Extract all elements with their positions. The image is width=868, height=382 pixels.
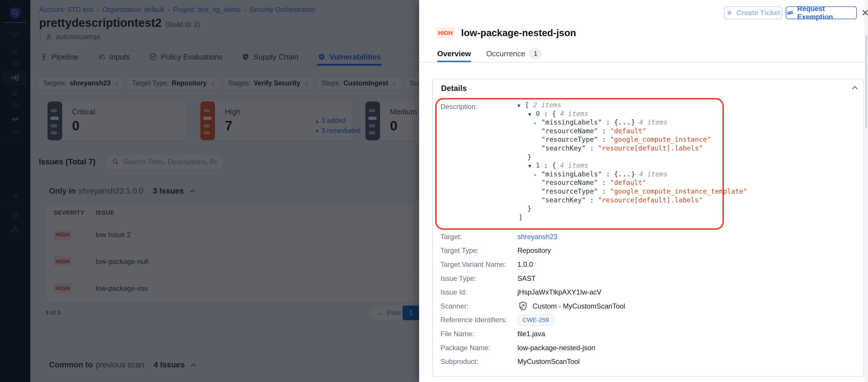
field-value: low-package-nested-json — [518, 344, 595, 352]
description-json-viewer[interactable]: ▼[ 2 items▼0 : { 4 items▸"missingLabels"… — [518, 101, 747, 222]
json-line: } — [518, 153, 747, 162]
json-token-key: "resourceName" — [541, 127, 598, 135]
field-label: Issue Id: — [440, 288, 518, 296]
json-line: "resourceName" : "default" — [518, 127, 747, 136]
collapsed-triangle-icon[interactable]: ▸ — [534, 170, 541, 179]
details-fields: Target:shreyansh23Target Type:Repository… — [440, 230, 855, 369]
json-token-dots: ... — [618, 170, 631, 178]
json-token-idx: 1 — [536, 162, 540, 169]
reference-identifier-chip[interactable]: CWE-259 — [518, 314, 554, 326]
request-exemption-button[interactable]: Request Exemption — [786, 6, 857, 19]
drawer-tab-overview[interactable]: Overview — [437, 47, 471, 62]
json-line: ▼1 : { 4 items — [518, 161, 747, 170]
json-token-meta: 4 items — [560, 162, 588, 169]
json-token-pun: : — [598, 136, 610, 143]
json-token-pun: : { — [540, 162, 560, 169]
detail-field-row: Issue Type:SAST — [440, 272, 855, 285]
json-token-pun: : { — [602, 118, 618, 126]
drawer-tab-occurrence[interactable]: Occurrence1 — [486, 47, 541, 62]
expand-triangle-icon[interactable]: ▼ — [518, 101, 525, 110]
details-card: Details Description: ▼[ 2 items▼0 : { 4 … — [432, 79, 864, 377]
json-token-pun: } — [527, 205, 531, 212]
json-token-key: "missingLabels" — [541, 118, 602, 126]
json-line: "resourceType" : "google_compute_instanc… — [518, 135, 747, 144]
json-token-meta: 4 items — [560, 110, 588, 118]
detail-field-row: Issue Id:jHspJaWxTlkpAXY1Iw-acV — [440, 285, 855, 299]
field-label: Reference Identifiers: — [440, 316, 518, 324]
close-drawer-button[interactable]: ✕ — [861, 8, 868, 18]
json-token-str: "default" — [610, 179, 646, 186]
json-token-pun: : { — [602, 170, 618, 178]
collapsed-triangle-icon[interactable]: ▸ — [534, 119, 541, 127]
create-ticket-button[interactable]: Create Ticket — [724, 6, 782, 19]
json-token-key: "resourceType" — [541, 136, 598, 143]
json-token-pun: [ — [525, 101, 533, 109]
json-token-str: "resource[default].labels" — [598, 196, 703, 204]
custom-scanner-icon — [518, 300, 528, 312]
field-value: Custom - MyCustomScanTool — [533, 302, 625, 310]
json-token-pun: : — [598, 188, 610, 195]
expand-triangle-icon[interactable]: ▼ — [528, 162, 536, 170]
field-value: SAST — [518, 275, 536, 283]
json-line: } — [518, 204, 747, 213]
drawer-scrollbar[interactable] — [865, 0, 868, 382]
issue-title: low-package-nested-json — [461, 27, 576, 38]
collapse-details-chevron-icon[interactable] — [851, 85, 859, 90]
field-value: Repository — [518, 246, 551, 255]
field-value-link[interactable]: shreyansh23 — [518, 233, 557, 241]
json-token-pun: : — [598, 179, 610, 186]
detail-field-row: Subproduct:MyCustomScanTool — [440, 355, 855, 369]
json-token-pun: : — [586, 196, 598, 204]
drawer-tab-divider — [419, 62, 868, 63]
json-line: "resourceName" : "default" — [518, 179, 747, 187]
field-value: file1.java — [518, 330, 545, 338]
diamond-ticket-icon — [726, 9, 733, 16]
json-line: ] — [518, 213, 747, 222]
json-token-dots: ... — [618, 118, 631, 126]
eye-slash-icon — [786, 9, 794, 16]
json-token-key: "resourceType" — [541, 188, 598, 195]
json-token-pun: } — [631, 118, 639, 126]
expand-triangle-icon[interactable]: ▼ — [528, 110, 536, 119]
field-label: Package Name: — [440, 344, 518, 352]
json-token-meta: 4 items — [639, 170, 667, 178]
field-label: File Name: — [440, 330, 518, 338]
drawer-tab-label: Overview — [437, 49, 471, 58]
field-label: Scanner: — [440, 302, 518, 310]
json-token-str: "google_compute_instance" — [610, 136, 711, 143]
detail-field-row: Scanner:Custom - MyCustomScanTool — [440, 299, 855, 313]
json-token-meta: 4 items — [639, 118, 667, 126]
json-token-key: "missingLabels" — [541, 170, 602, 178]
issue-details-drawer: Create Ticket Request Exemption ✕ HIGH l… — [419, 0, 868, 382]
field-value: 1.0.0 — [518, 260, 533, 268]
description-label: Description: — [440, 103, 477, 111]
detail-field-row: Target:shreyansh23 — [440, 230, 855, 244]
json-token-pun: } — [631, 170, 639, 178]
detail-field-row: Package Name:low-package-nested-json — [440, 341, 855, 355]
field-value: jHspJaWxTlkpAXY1Iw-acV — [518, 288, 601, 296]
json-line: ▸"missingLabels" : {...} 4 items — [518, 170, 747, 179]
json-token-key: "searchKey" — [541, 196, 586, 204]
field-label: Target Variant Name: — [440, 260, 518, 268]
detail-field-row: Target Type:Repository — [440, 244, 855, 258]
json-token-str: "google_compute_instance_template" — [610, 188, 747, 195]
json-line: "searchKey" : "resource[default].labels" — [518, 196, 747, 205]
field-label: Target Type: — [440, 246, 518, 255]
modal-dim-overlay[interactable] — [0, 0, 419, 382]
json-token-meta: 2 items — [533, 101, 561, 109]
json-token-pun: } — [527, 153, 531, 161]
json-line: "resourceType" : "google_compute_instanc… — [518, 187, 747, 196]
json-token-str: "resource[default].labels" — [598, 144, 703, 152]
json-token-pun: : { — [540, 110, 560, 118]
json-token-key: "searchKey" — [541, 144, 586, 152]
detail-field-row: Target Variant Name:1.0.0 — [440, 257, 855, 272]
json-line: "searchKey" : "resource[default].labels" — [518, 144, 747, 153]
field-value: MyCustomScanTool — [518, 357, 580, 366]
field-label: Subproduct: — [440, 357, 518, 366]
json-token-pun: ] — [519, 214, 523, 221]
field-label: Issue Type: — [440, 275, 518, 283]
json-token-key: "resourceName" — [541, 179, 598, 186]
json-line: ▼[ 2 items — [518, 101, 747, 109]
json-token-idx: 0 — [536, 110, 540, 118]
json-token-pun: : — [586, 144, 598, 152]
